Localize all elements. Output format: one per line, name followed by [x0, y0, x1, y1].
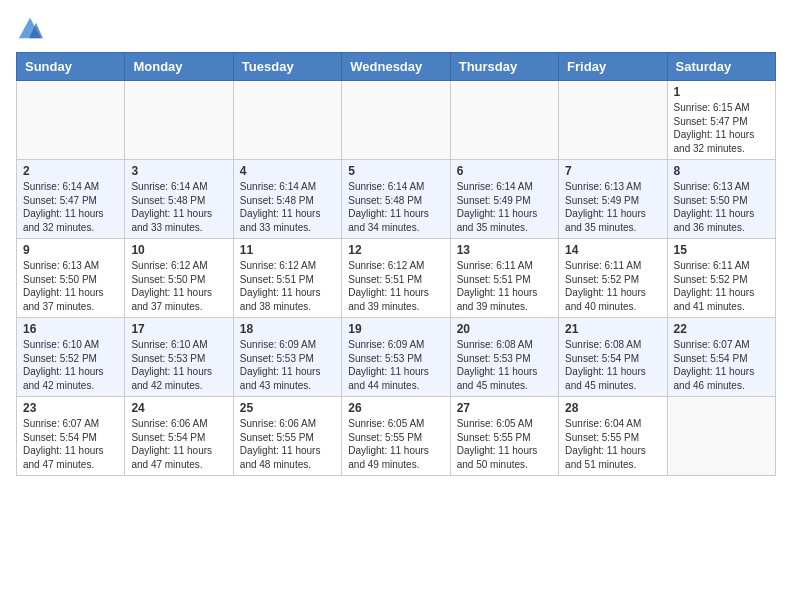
day-number: 5	[348, 164, 443, 178]
calendar-cell: 26Sunrise: 6:05 AM Sunset: 5:55 PM Dayli…	[342, 397, 450, 476]
cell-daylight-info: Sunrise: 6:05 AM Sunset: 5:55 PM Dayligh…	[348, 417, 443, 471]
cell-daylight-info: Sunrise: 6:12 AM Sunset: 5:51 PM Dayligh…	[240, 259, 335, 313]
cell-daylight-info: Sunrise: 6:08 AM Sunset: 5:53 PM Dayligh…	[457, 338, 552, 392]
calendar-cell: 19Sunrise: 6:09 AM Sunset: 5:53 PM Dayli…	[342, 318, 450, 397]
day-number: 22	[674, 322, 769, 336]
calendar-cell: 3Sunrise: 6:14 AM Sunset: 5:48 PM Daylig…	[125, 160, 233, 239]
day-number: 13	[457, 243, 552, 257]
cell-daylight-info: Sunrise: 6:14 AM Sunset: 5:48 PM Dayligh…	[240, 180, 335, 234]
col-header-wednesday: Wednesday	[342, 53, 450, 81]
calendar-cell: 10Sunrise: 6:12 AM Sunset: 5:50 PM Dayli…	[125, 239, 233, 318]
calendar-cell: 11Sunrise: 6:12 AM Sunset: 5:51 PM Dayli…	[233, 239, 341, 318]
day-number: 26	[348, 401, 443, 415]
calendar-cell: 1Sunrise: 6:15 AM Sunset: 5:47 PM Daylig…	[667, 81, 775, 160]
day-number: 8	[674, 164, 769, 178]
col-header-thursday: Thursday	[450, 53, 558, 81]
calendar-cell	[667, 397, 775, 476]
calendar-cell	[17, 81, 125, 160]
cell-daylight-info: Sunrise: 6:14 AM Sunset: 5:49 PM Dayligh…	[457, 180, 552, 234]
col-header-tuesday: Tuesday	[233, 53, 341, 81]
day-number: 18	[240, 322, 335, 336]
cell-daylight-info: Sunrise: 6:11 AM Sunset: 5:51 PM Dayligh…	[457, 259, 552, 313]
cell-daylight-info: Sunrise: 6:07 AM Sunset: 5:54 PM Dayligh…	[23, 417, 118, 471]
day-number: 27	[457, 401, 552, 415]
calendar-cell: 13Sunrise: 6:11 AM Sunset: 5:51 PM Dayli…	[450, 239, 558, 318]
day-number: 4	[240, 164, 335, 178]
day-number: 15	[674, 243, 769, 257]
cell-daylight-info: Sunrise: 6:06 AM Sunset: 5:54 PM Dayligh…	[131, 417, 226, 471]
calendar-week-row: 16Sunrise: 6:10 AM Sunset: 5:52 PM Dayli…	[17, 318, 776, 397]
calendar-cell	[233, 81, 341, 160]
day-number: 16	[23, 322, 118, 336]
day-number: 21	[565, 322, 660, 336]
day-number: 12	[348, 243, 443, 257]
calendar-cell: 21Sunrise: 6:08 AM Sunset: 5:54 PM Dayli…	[559, 318, 667, 397]
cell-daylight-info: Sunrise: 6:12 AM Sunset: 5:50 PM Dayligh…	[131, 259, 226, 313]
day-number: 9	[23, 243, 118, 257]
day-number: 11	[240, 243, 335, 257]
logo	[16, 16, 48, 40]
cell-daylight-info: Sunrise: 6:15 AM Sunset: 5:47 PM Dayligh…	[674, 101, 769, 155]
generalblue-logo-icon	[16, 16, 44, 40]
day-number: 24	[131, 401, 226, 415]
calendar-cell: 16Sunrise: 6:10 AM Sunset: 5:52 PM Dayli…	[17, 318, 125, 397]
cell-daylight-info: Sunrise: 6:10 AM Sunset: 5:52 PM Dayligh…	[23, 338, 118, 392]
cell-daylight-info: Sunrise: 6:14 AM Sunset: 5:48 PM Dayligh…	[131, 180, 226, 234]
calendar-cell: 22Sunrise: 6:07 AM Sunset: 5:54 PM Dayli…	[667, 318, 775, 397]
calendar-cell	[342, 81, 450, 160]
day-number: 6	[457, 164, 552, 178]
cell-daylight-info: Sunrise: 6:11 AM Sunset: 5:52 PM Dayligh…	[674, 259, 769, 313]
calendar-week-row: 23Sunrise: 6:07 AM Sunset: 5:54 PM Dayli…	[17, 397, 776, 476]
calendar-cell: 7Sunrise: 6:13 AM Sunset: 5:49 PM Daylig…	[559, 160, 667, 239]
calendar-table: SundayMondayTuesdayWednesdayThursdayFrid…	[16, 52, 776, 476]
calendar-week-row: 2Sunrise: 6:14 AM Sunset: 5:47 PM Daylig…	[17, 160, 776, 239]
cell-daylight-info: Sunrise: 6:13 AM Sunset: 5:50 PM Dayligh…	[23, 259, 118, 313]
cell-daylight-info: Sunrise: 6:12 AM Sunset: 5:51 PM Dayligh…	[348, 259, 443, 313]
calendar-week-row: 9Sunrise: 6:13 AM Sunset: 5:50 PM Daylig…	[17, 239, 776, 318]
day-number: 23	[23, 401, 118, 415]
calendar-cell: 18Sunrise: 6:09 AM Sunset: 5:53 PM Dayli…	[233, 318, 341, 397]
cell-daylight-info: Sunrise: 6:05 AM Sunset: 5:55 PM Dayligh…	[457, 417, 552, 471]
calendar-cell: 9Sunrise: 6:13 AM Sunset: 5:50 PM Daylig…	[17, 239, 125, 318]
cell-daylight-info: Sunrise: 6:14 AM Sunset: 5:47 PM Dayligh…	[23, 180, 118, 234]
calendar-header-row: SundayMondayTuesdayWednesdayThursdayFrid…	[17, 53, 776, 81]
cell-daylight-info: Sunrise: 6:13 AM Sunset: 5:49 PM Dayligh…	[565, 180, 660, 234]
day-number: 7	[565, 164, 660, 178]
cell-daylight-info: Sunrise: 6:13 AM Sunset: 5:50 PM Dayligh…	[674, 180, 769, 234]
calendar-cell: 20Sunrise: 6:08 AM Sunset: 5:53 PM Dayli…	[450, 318, 558, 397]
cell-daylight-info: Sunrise: 6:09 AM Sunset: 5:53 PM Dayligh…	[348, 338, 443, 392]
cell-daylight-info: Sunrise: 6:08 AM Sunset: 5:54 PM Dayligh…	[565, 338, 660, 392]
calendar-cell: 27Sunrise: 6:05 AM Sunset: 5:55 PM Dayli…	[450, 397, 558, 476]
cell-daylight-info: Sunrise: 6:11 AM Sunset: 5:52 PM Dayligh…	[565, 259, 660, 313]
calendar-cell: 14Sunrise: 6:11 AM Sunset: 5:52 PM Dayli…	[559, 239, 667, 318]
calendar-cell: 17Sunrise: 6:10 AM Sunset: 5:53 PM Dayli…	[125, 318, 233, 397]
day-number: 25	[240, 401, 335, 415]
day-number: 19	[348, 322, 443, 336]
calendar-cell: 4Sunrise: 6:14 AM Sunset: 5:48 PM Daylig…	[233, 160, 341, 239]
cell-daylight-info: Sunrise: 6:07 AM Sunset: 5:54 PM Dayligh…	[674, 338, 769, 392]
day-number: 17	[131, 322, 226, 336]
cell-daylight-info: Sunrise: 6:09 AM Sunset: 5:53 PM Dayligh…	[240, 338, 335, 392]
calendar-cell: 6Sunrise: 6:14 AM Sunset: 5:49 PM Daylig…	[450, 160, 558, 239]
calendar-cell: 12Sunrise: 6:12 AM Sunset: 5:51 PM Dayli…	[342, 239, 450, 318]
calendar-cell: 15Sunrise: 6:11 AM Sunset: 5:52 PM Dayli…	[667, 239, 775, 318]
cell-daylight-info: Sunrise: 6:10 AM Sunset: 5:53 PM Dayligh…	[131, 338, 226, 392]
day-number: 3	[131, 164, 226, 178]
calendar-cell: 23Sunrise: 6:07 AM Sunset: 5:54 PM Dayli…	[17, 397, 125, 476]
day-number: 10	[131, 243, 226, 257]
calendar-cell	[559, 81, 667, 160]
day-number: 20	[457, 322, 552, 336]
day-number: 14	[565, 243, 660, 257]
day-number: 28	[565, 401, 660, 415]
day-number: 1	[674, 85, 769, 99]
calendar-week-row: 1Sunrise: 6:15 AM Sunset: 5:47 PM Daylig…	[17, 81, 776, 160]
calendar-cell: 28Sunrise: 6:04 AM Sunset: 5:55 PM Dayli…	[559, 397, 667, 476]
cell-daylight-info: Sunrise: 6:06 AM Sunset: 5:55 PM Dayligh…	[240, 417, 335, 471]
col-header-saturday: Saturday	[667, 53, 775, 81]
day-number: 2	[23, 164, 118, 178]
calendar-cell: 8Sunrise: 6:13 AM Sunset: 5:50 PM Daylig…	[667, 160, 775, 239]
calendar-cell: 5Sunrise: 6:14 AM Sunset: 5:48 PM Daylig…	[342, 160, 450, 239]
col-header-monday: Monday	[125, 53, 233, 81]
calendar-cell: 25Sunrise: 6:06 AM Sunset: 5:55 PM Dayli…	[233, 397, 341, 476]
cell-daylight-info: Sunrise: 6:14 AM Sunset: 5:48 PM Dayligh…	[348, 180, 443, 234]
